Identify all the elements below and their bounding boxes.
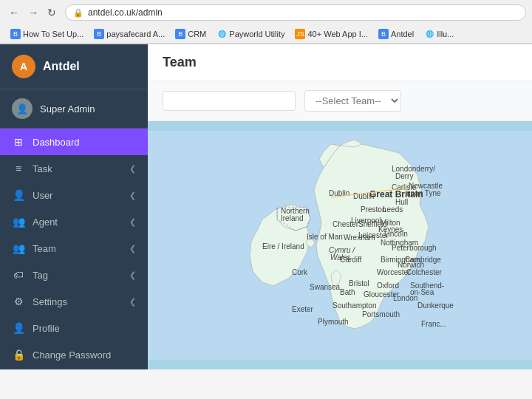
svg-text:London: London (393, 294, 417, 302)
bookmark-label: paysafecard A... (106, 30, 165, 38)
address-bar[interactable]: 🔒 antdel.co.uk/admin (65, 4, 526, 21)
svg-text:Cork: Cork (292, 268, 308, 276)
nav-icon: 🏷 (12, 269, 25, 281)
svg-text:Carlisle: Carlisle (392, 183, 417, 191)
bookmark-item[interactable]: BHow To Set Up... (6, 27, 88, 41)
nav-icon: ≡ (12, 163, 25, 174)
svg-text:Colchester: Colchester (406, 268, 442, 276)
bookmark-favicon: B (378, 29, 389, 39)
nav-label: Tag (33, 270, 48, 281)
nav-icon: 👤 (12, 189, 25, 201)
refresh-button[interactable]: ↻ (44, 5, 59, 20)
sidebar-item-agent[interactable]: 👥Agent❮ (0, 208, 148, 235)
page-title: Team (163, 55, 197, 70)
team-search-input[interactable] (163, 91, 296, 111)
url-text: antdel.co.uk/admin (88, 7, 163, 18)
svg-text:Plymouth: Plymouth (318, 318, 349, 326)
browser-toolbar: ← → ↻ 🔒 antdel.co.uk/admin (0, 0, 532, 25)
bookmark-item[interactable]: Bpaysafecard A... (89, 27, 169, 41)
bookmark-favicon: B (10, 29, 21, 39)
nav-arrow-icon: ❮ (129, 270, 136, 280)
sidebar-header: A Antdel (0, 44, 148, 89)
nav-label: User (33, 190, 52, 201)
nav-item-left: ⚙Settings (12, 296, 67, 307)
svg-text:Portsmouth: Portsmouth (362, 310, 400, 318)
sidebar-item-analytics[interactable]: 📊Analytics (0, 368, 148, 369)
svg-text:Southampton: Southampton (332, 301, 377, 310)
svg-text:Exeter: Exeter (292, 305, 314, 313)
bookmark-item[interactable]: BAntdel (374, 27, 418, 41)
nav-label: Agent (33, 216, 58, 228)
bookmark-favicon: B (94, 29, 104, 39)
map-container: Great Britain Eire / Ireland Northern Ir… (148, 121, 532, 369)
svg-text:Derry: Derry (395, 172, 413, 180)
nav-icon: ⊞ (12, 136, 25, 148)
content-toolbar: --Select Team-- (148, 81, 532, 121)
sidebar-item-settings[interactable]: ⚙Settings❮ (0, 288, 148, 315)
bookmark-favicon: B (175, 29, 185, 39)
bookmark-favicon: 🌐 (424, 29, 434, 39)
nav-item-left: 👥Team (12, 242, 56, 254)
svg-text:Ireland: Ireland (281, 214, 304, 222)
browser-chrome: ← → ↻ 🔒 antdel.co.uk/admin BHow To Set U… (0, 0, 532, 44)
svg-text:Franc...: Franc... (421, 320, 446, 328)
sidebar-item-team[interactable]: 👥Team❮ (0, 235, 148, 262)
username-label: Super Admin (40, 103, 95, 115)
main-content: Team --Select Team-- (148, 44, 532, 369)
bookmark-label: Antdel (391, 30, 414, 38)
sidebar-brand: Antdel (43, 60, 80, 73)
nav-item-left: 🔒Change Password (12, 349, 111, 361)
svg-text:Bristol: Bristol (349, 279, 369, 287)
nav-arrow-icon: ❮ (129, 191, 136, 200)
bookmark-label: 40+ Web App I... (307, 30, 367, 38)
svg-text:Dunkerque: Dunkerque (417, 301, 454, 310)
nav-label: Dashboard (33, 137, 80, 148)
nav-arrow-icon: ❮ (129, 164, 136, 174)
nav-arrow-icon: ❮ (129, 297, 136, 307)
nav-label: Settings (33, 296, 67, 307)
back-button[interactable]: ← (6, 5, 22, 20)
sidebar: A Antdel 👤 Super Admin ⊞Dashboard≡Task❮👤… (0, 44, 148, 369)
bookmark-label: How To Set Up... (23, 30, 83, 38)
svg-text:Swansea: Swansea (310, 283, 341, 291)
nav-icon: ⚙ (12, 296, 25, 307)
svg-text:Hull: Hull (395, 198, 408, 206)
nav-label: Profile (33, 323, 60, 334)
sidebar-item-task[interactable]: ≡Task❮ (0, 155, 148, 182)
sidebar-user: 👤 Super Admin (0, 89, 148, 129)
team-select[interactable]: --Select Team-- (304, 90, 401, 112)
forward-button[interactable]: → (25, 5, 41, 20)
svg-text:Peterborough: Peterborough (392, 244, 437, 252)
bookmark-favicon: JS (295, 29, 305, 39)
nav-arrow-icon: ❮ (129, 217, 136, 227)
nav-arrow-icon: ❮ (129, 244, 136, 253)
bookmark-item[interactable]: JS40+ Web App I... (290, 27, 372, 41)
svg-text:Wales: Wales (330, 253, 351, 262)
sidebar-item-change-password[interactable]: 🔒Change Password (0, 341, 148, 368)
svg-text:Chester: Chester (332, 220, 359, 228)
svg-text:Bath: Bath (340, 288, 355, 296)
nav-icon: 👥 (12, 242, 25, 254)
sidebar-item-dashboard[interactable]: ⊞Dashboard (0, 129, 148, 155)
app-container: A Antdel 👤 Super Admin ⊞Dashboard≡Task❮👤… (0, 44, 532, 369)
sidebar-item-profile[interactable]: 👤Profile (0, 315, 148, 341)
nav-icon: 👤 (12, 322, 25, 334)
bookmark-item[interactable]: 🌐Illu... (420, 27, 458, 41)
sidebar-item-user[interactable]: 👤User❮ (0, 182, 148, 208)
bookmark-label: Illu... (437, 30, 454, 38)
svg-text:Oxford: Oxford (377, 282, 399, 290)
nav-icon: 🔒 (12, 349, 25, 361)
avatar: 👤 (12, 98, 33, 119)
bookmark-item[interactable]: BCRM (171, 27, 211, 41)
bookmark-favicon: 🌐 (216, 29, 227, 39)
sidebar-logo: A (12, 55, 35, 78)
bookmark-item[interactable]: 🌐Payworld Utility (212, 27, 289, 41)
nav-label: Task (33, 163, 52, 174)
nav-item-left: ⊞Dashboard (12, 136, 80, 148)
svg-text:Wrexham: Wrexham (344, 233, 375, 242)
page-header: Team (148, 44, 532, 81)
sidebar-item-tag[interactable]: 🏷Tag❮ (0, 262, 148, 288)
nav-label: Team (33, 243, 56, 254)
nav-label: Change Password (33, 349, 111, 361)
nav-buttons: ← → ↻ (6, 5, 59, 20)
